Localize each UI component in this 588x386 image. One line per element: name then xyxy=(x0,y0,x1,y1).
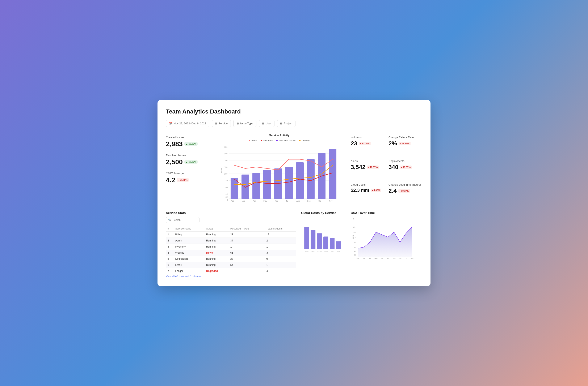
filter-issue-type[interactable]: ⊟ Issue Type xyxy=(233,120,256,127)
filter-icon-1: ⊟ xyxy=(215,122,217,125)
svg-text:Admin: Admin xyxy=(311,251,315,252)
stat-deployments: Deployments 340 ▪ 10.37% xyxy=(388,159,422,179)
legend-alerts: Alerts xyxy=(249,139,257,142)
service-stats-section: Service Stats 🔍 # Service Name Status Re… xyxy=(166,211,296,278)
filter-icon-3: ⊟ xyxy=(262,122,264,125)
svg-text:0: 0 xyxy=(227,199,228,201)
svg-text:Nov: Nov xyxy=(329,200,333,202)
bottom-grid: Service Stats 🔍 # Service Name Status Re… xyxy=(166,211,422,278)
view-all-link[interactable]: View all 43 rows and 6 columns xyxy=(166,275,201,278)
svg-text:May: May xyxy=(375,258,378,259)
legend-incidents: Incidents xyxy=(261,139,273,142)
kpi-resolved-badge: ▲ 12.37% xyxy=(184,160,198,164)
kpi-section: Created Issues 2,983 ▲ 10.37% Resolved I… xyxy=(166,134,208,203)
svg-marker-62 xyxy=(358,227,412,257)
svg-rect-45 xyxy=(330,238,335,249)
service-table: # Service Name Status Resolved Tickets T… xyxy=(166,226,296,274)
svg-text:Jul: Jul xyxy=(387,258,389,259)
table-row: 3 Inventory Running 1 1 xyxy=(166,244,296,250)
search-input[interactable] xyxy=(173,219,197,222)
stat-cfr-badge: ▪ 33.28% xyxy=(399,142,410,145)
svg-text:40: 40 xyxy=(226,193,228,195)
svg-text:20: 20 xyxy=(354,254,356,256)
svg-text:Jul: Jul xyxy=(286,200,288,202)
svg-rect-21 xyxy=(242,174,249,199)
svg-text:120: 120 xyxy=(353,232,356,233)
service-activity-svg: 180 160 140 120 100 80 60 40 20 0 Issues xyxy=(213,144,346,203)
svg-text:Apr: Apr xyxy=(253,200,256,202)
svg-text:Email: Email xyxy=(337,251,340,252)
svg-text:Feb: Feb xyxy=(357,258,359,259)
svg-rect-46 xyxy=(336,241,341,249)
csat-svg: 5 140 120 100 80 60 40 20 CSAT xyxy=(351,217,422,259)
svg-text:CSAT: CSAT xyxy=(352,235,354,239)
svg-text:Aug: Aug xyxy=(393,258,396,259)
stat-change-lead-time: Change Lead Time (hours) 2.4 ▪ 10.37% xyxy=(388,183,422,203)
legend-deploys: Deploys xyxy=(299,139,310,142)
stat-cloud-costs: Cloud Costs $2.3 mm ▪ 4.00% xyxy=(351,183,384,203)
table-body: 1 Billing Running 23 12 2 Admin Running … xyxy=(166,232,296,274)
kpi-resolved-issues: Resolved Issues 2,500 ▲ 12.37% xyxy=(166,154,208,166)
svg-text:Jun: Jun xyxy=(275,200,278,202)
svg-text:May: May xyxy=(263,200,267,202)
svg-text:Sep: Sep xyxy=(307,200,311,202)
svg-text:Apr: Apr xyxy=(369,258,371,259)
cloud-costs-svg: Billing Admin Inventory Website Notif. E… xyxy=(301,217,346,259)
csat-section: CSAT over Time 5 140 120 100 80 60 40 20… xyxy=(351,211,422,278)
svg-rect-43 xyxy=(317,233,322,249)
svg-rect-27 xyxy=(307,159,315,199)
right-stats: Incidents 23 ▪ 50.00% Change Failure Rat… xyxy=(351,134,422,203)
svg-text:Inventory: Inventory xyxy=(317,251,322,252)
page-title: Team Analytics Dashboard xyxy=(166,108,422,115)
svg-text:160: 160 xyxy=(224,153,228,155)
svg-rect-23 xyxy=(263,170,271,199)
table-row: 2 Admin Running 34 2 xyxy=(166,237,296,244)
filter-service[interactable]: ⊟ Service xyxy=(212,120,231,127)
kpi-created-issues: Created Issues 2,983 ▲ 10.37% xyxy=(166,136,208,148)
service-activity-svg-container: 180 160 140 120 100 80 60 40 20 0 Issues xyxy=(213,144,346,203)
svg-rect-41 xyxy=(304,227,309,249)
cloud-costs-section: Cloud Costs by Service Billing Admin Inv… xyxy=(301,211,346,278)
alerts-line xyxy=(234,159,333,170)
filter-bar: 📅 Nov 29, 2022–Dec 6, 2022 ⊟ Service ⊟ I… xyxy=(166,120,422,127)
svg-text:Feb: Feb xyxy=(231,200,234,202)
svg-text:140: 140 xyxy=(224,159,228,161)
stat-alerts-badge: ▪ 10.37% xyxy=(367,166,379,169)
filter-project[interactable]: ⊟ Project xyxy=(277,120,295,127)
svg-text:100: 100 xyxy=(224,173,228,175)
svg-text:Notif.: Notif. xyxy=(331,251,334,252)
svg-text:Website: Website xyxy=(323,251,328,252)
table-row: 6 Email Running 54 1 xyxy=(166,262,296,268)
stat-incidents: Incidents 23 ▪ 50.00% xyxy=(351,136,384,155)
stat-alerts: Alerts 3,542 ▪ 10.37% xyxy=(351,159,384,179)
filter-date[interactable]: 📅 Nov 29, 2022–Dec 6, 2022 xyxy=(166,120,209,127)
legend-resolved: Resolved issues xyxy=(276,139,295,142)
search-box[interactable]: 🔍 xyxy=(166,217,200,223)
svg-text:80: 80 xyxy=(226,180,228,182)
main-grid: Created Issues 2,983 ▲ 10.37% Resolved I… xyxy=(166,134,422,203)
svg-text:180: 180 xyxy=(224,146,228,148)
filter-user[interactable]: ⊟ User xyxy=(259,120,274,127)
svg-text:Issues: Issues xyxy=(220,168,223,173)
kpi-csat: CSAT Average 4.2 ▪ 50.00% xyxy=(166,172,208,184)
search-icon: 🔍 xyxy=(168,219,171,222)
svg-text:Nov: Nov xyxy=(411,258,414,259)
dashboard: Team Analytics Dashboard 📅 Nov 29, 2022–… xyxy=(158,100,430,286)
svg-text:Oct: Oct xyxy=(318,200,321,202)
svg-text:Sep: Sep xyxy=(399,258,401,259)
calendar-icon: 📅 xyxy=(169,122,172,125)
svg-rect-42 xyxy=(311,230,315,249)
table-row: 1 Billing Running 23 12 xyxy=(166,232,296,237)
svg-rect-26 xyxy=(296,162,304,199)
svg-rect-22 xyxy=(252,173,260,199)
filter-icon-2: ⊟ xyxy=(236,122,239,125)
svg-text:Oct: Oct xyxy=(405,258,407,259)
filter-icon-4: ⊟ xyxy=(280,122,282,125)
svg-text:40: 40 xyxy=(354,251,356,252)
svg-text:Aug: Aug xyxy=(296,200,300,202)
svg-text:Billing: Billing xyxy=(305,251,308,252)
stat-change-failure-rate: Change Failure Rate 2% ▪ 33.28% xyxy=(388,136,422,155)
stat-clt-badge: ▪ 10.37% xyxy=(398,189,410,193)
svg-text:Jun: Jun xyxy=(381,258,383,259)
stat-incidents-badge: ▪ 50.00% xyxy=(359,142,371,145)
